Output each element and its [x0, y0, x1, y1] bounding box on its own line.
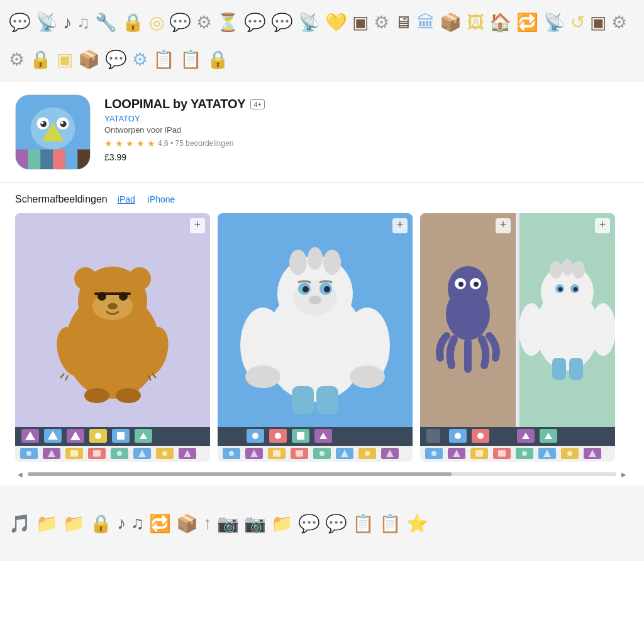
star-3: ★ [126, 138, 134, 148]
svg-rect-46 [117, 432, 125, 440]
svg-rect-14 [77, 150, 90, 169]
svg-point-123 [474, 282, 479, 287]
screenshots-scroll-container: + [0, 213, 644, 467]
svg-point-7 [41, 121, 43, 124]
svg-rect-10 [28, 150, 41, 169]
star-half: ★ [147, 138, 155, 148]
svg-text:+: + [194, 218, 201, 231]
app-price: £3.99 [104, 152, 265, 162]
svg-rect-133 [552, 358, 566, 380]
svg-point-142 [477, 433, 484, 439]
svg-point-44 [95, 433, 101, 439]
svg-point-135 [519, 303, 544, 356]
rating-text: 4,6 • 75 beoordelingen [158, 139, 233, 148]
svg-point-72 [308, 247, 323, 270]
svg-point-82 [245, 365, 280, 388]
tab-ipad[interactable]: iPad [115, 193, 138, 206]
svg-point-77 [303, 286, 309, 292]
app-designed-for: Ontworpen voor iPad [104, 125, 265, 135]
svg-rect-11 [40, 150, 53, 169]
svg-point-122 [458, 282, 464, 287]
svg-point-136 [591, 303, 615, 356]
svg-text:+: + [599, 218, 606, 231]
svg-point-31 [116, 388, 141, 403]
app-developer[interactable]: YATATOY [104, 114, 265, 123]
svg-point-109 [365, 451, 370, 456]
svg-point-79 [309, 296, 321, 304]
top-pattern: 💬 📡 ♪ ♫ 🔧 🔒 ◎ 💬 ⚙ ⏳ 💬 💬 📡 💛 ▣ ⚙ 🖥 🏛 📦 🖼 … [0, 0, 644, 82]
star-2: ★ [115, 138, 123, 148]
app-icon [15, 94, 91, 170]
svg-point-73 [323, 250, 341, 275]
svg-rect-55 [70, 450, 78, 457]
svg-point-63 [162, 451, 167, 456]
app-title-row: LOOPIMAL by YATATOY 4+ [104, 97, 265, 111]
screenshots-scroll[interactable]: + [0, 213, 644, 467]
bottom-pattern: 🎵 📁 📁 🔒 ♪ ♫ 🔁 📦 ↑ 📷 📷 📁 💬 💬 📋 📋 ⭐ [0, 486, 644, 561]
svg-rect-138 [426, 429, 440, 443]
svg-rect-85 [316, 386, 338, 414]
svg-point-51 [26, 451, 31, 456]
svg-rect-103 [296, 450, 303, 457]
screenshot-1: + [15, 213, 210, 462]
svg-point-128 [572, 261, 585, 279]
screenshot-3: + + [420, 213, 615, 462]
svg-rect-84 [292, 386, 314, 414]
svg-point-157 [522, 451, 527, 456]
svg-point-5 [40, 121, 47, 127]
scroll-right-arrow[interactable]: ▶ [619, 469, 629, 479]
scrollbar-track[interactable] [28, 472, 616, 476]
svg-point-126 [550, 261, 562, 279]
star-1: ★ [104, 138, 113, 148]
svg-rect-155 [498, 450, 506, 457]
svg-point-140 [455, 433, 461, 439]
screenshots-label: Schermafbeeldingen [15, 194, 108, 205]
svg-point-83 [350, 365, 385, 388]
svg-rect-153 [475, 450, 483, 457]
scroll-left-arrow[interactable]: ◀ [15, 469, 25, 479]
svg-point-149 [431, 451, 436, 456]
svg-rect-12 [53, 150, 65, 169]
svg-point-21 [128, 267, 151, 290]
age-badge: 4+ [250, 99, 265, 109]
svg-point-90 [275, 433, 281, 439]
svg-point-59 [117, 451, 122, 456]
svg-point-97 [229, 451, 234, 456]
svg-text:+: + [500, 218, 507, 231]
svg-point-105 [319, 451, 325, 456]
stars-row: ★ ★ ★ ★ ★ 4,6 • 75 beoordelingen [104, 138, 265, 148]
svg-rect-13 [65, 150, 78, 169]
screenshots-section: Schermafbeeldingen iPad iPhone + [0, 183, 644, 486]
screenshot-2: + [218, 213, 413, 462]
scrollbar-container: ◀ ▶ [0, 467, 644, 486]
svg-point-88 [252, 433, 258, 439]
app-section: LOOPIMAL by YATATOY 4+ YATATOY Ontworpen… [0, 82, 644, 183]
svg-point-27 [108, 303, 118, 309]
svg-rect-134 [569, 358, 583, 380]
star-4: ★ [136, 138, 145, 148]
app-info: LOOPIMAL by YATATOY 4+ YATATOY Ontworpen… [104, 94, 265, 162]
svg-point-20 [74, 267, 97, 290]
app-title: LOOPIMAL by YATATOY [104, 97, 245, 111]
svg-text:+: + [397, 218, 404, 231]
svg-point-78 [324, 286, 330, 292]
tab-iphone[interactable]: iPhone [145, 193, 178, 206]
svg-point-131 [558, 287, 563, 292]
screenshots-header: Schermafbeeldingen iPad iPhone [0, 193, 644, 213]
svg-point-132 [574, 287, 578, 292]
svg-point-8 [61, 121, 64, 124]
svg-point-71 [289, 250, 307, 275]
svg-point-30 [84, 388, 109, 403]
svg-point-127 [562, 259, 573, 275]
svg-rect-101 [273, 450, 280, 457]
svg-point-119 [448, 266, 488, 311]
svg-rect-9 [16, 150, 28, 169]
svg-point-6 [60, 121, 67, 127]
scrollbar-thumb[interactable] [28, 472, 452, 476]
svg-rect-92 [297, 432, 304, 440]
svg-point-161 [567, 451, 572, 456]
svg-rect-57 [93, 450, 101, 457]
